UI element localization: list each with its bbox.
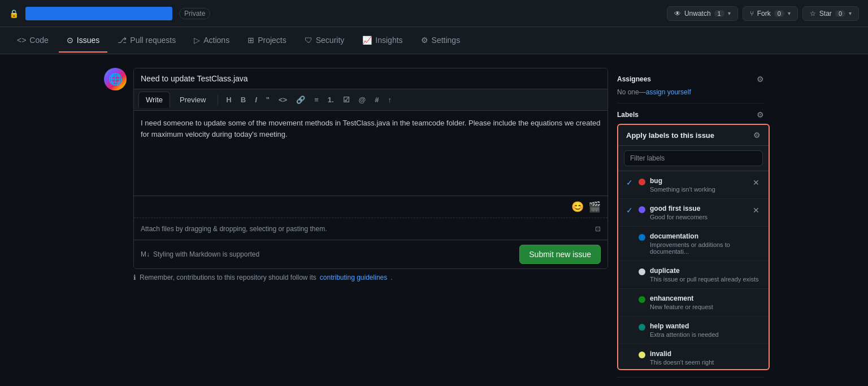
label-item-enhancement[interactable]: enhancementNew feature or request xyxy=(618,289,769,316)
toolbar-divider xyxy=(218,94,218,106)
italic-button[interactable]: I xyxy=(251,93,261,106)
label-desc-help-wanted: Extra attention is needed xyxy=(650,331,761,338)
label-item-help-wanted[interactable]: help wantedExtra attention is needed xyxy=(618,316,769,344)
link-button[interactable]: 🔗 xyxy=(293,93,309,106)
label-name-enhancement: enhancement xyxy=(650,294,761,302)
attach-options-icon: ⊡ xyxy=(595,225,601,233)
contributing-link[interactable]: contributing guidelines xyxy=(320,274,387,281)
label-item-invalid[interactable]: invalidThis doesn't seem right xyxy=(618,344,769,369)
star-dropdown-arrow[interactable]: ▾ xyxy=(849,10,852,16)
label-name-duplicate: duplicate xyxy=(650,267,761,275)
filter-labels-input[interactable] xyxy=(624,150,763,166)
labels-dropdown-gear-icon[interactable]: ⚙ xyxy=(753,131,761,140)
label-desc-documentation: Improvements or additions to documentati… xyxy=(650,241,761,255)
assign-yourself-link[interactable]: assign yourself xyxy=(646,88,691,96)
sidebar: Assignees ⚙ No one—assign yourself Label… xyxy=(617,68,764,378)
tab-actions[interactable]: ▷ Actions xyxy=(186,29,237,53)
label-dot-documentation xyxy=(639,234,645,241)
label-info-documentation: documentationImprovements or additions t… xyxy=(650,232,761,255)
main-content: 🌐 Write Preview H B I " <> 🔗 ≡ 1. ☑ xyxy=(95,54,773,386)
insights-icon: 📈 xyxy=(362,36,372,45)
label-dot-help-wanted xyxy=(639,324,645,331)
fork-button[interactable]: ⑂ Fork 0 ▾ xyxy=(743,6,798,21)
submit-issue-button[interactable]: Submit new issue xyxy=(519,245,601,264)
labels-header: Labels ⚙ xyxy=(617,110,764,119)
label-remove-good-first-issue[interactable]: ✕ xyxy=(752,205,761,216)
label-name-documentation: documentation xyxy=(650,232,761,240)
top-bar: 🔒 Private 👁 Unwatch 1 ▾ ⑂ Fork 0 ▾ ☆ Sta… xyxy=(0,0,868,27)
info-icon: ℹ xyxy=(133,274,136,281)
heading-button[interactable]: H xyxy=(223,93,235,106)
settings-icon: ⚙ xyxy=(421,36,428,45)
form-bottom-bar: M↓ Styling with Markdown is supported Su… xyxy=(134,240,607,268)
mention-button[interactable]: @ xyxy=(355,93,370,106)
label-item-documentation[interactable]: documentationImprovements or additions t… xyxy=(618,227,769,261)
tab-issues[interactable]: ⊙ Issues xyxy=(59,29,107,53)
star-icon: ☆ xyxy=(810,10,816,18)
issue-form: Write Preview H B I " <> 🔗 ≡ 1. ☑ @ # ↑ xyxy=(133,68,608,269)
editor-body[interactable]: I need someone to update some of the mov… xyxy=(134,111,607,196)
editor-toolbar: Write Preview H B I " <> 🔗 ≡ 1. ☑ @ # ↑ xyxy=(134,89,607,111)
top-bar-actions: 👁 Unwatch 1 ▾ ⑂ Fork 0 ▾ ☆ Star 0 ▾ xyxy=(667,6,859,21)
tab-insights[interactable]: 📈 Insights xyxy=(354,29,410,53)
label-info-bug: bugSomething isn't working xyxy=(650,177,747,193)
label-check-good-first-issue: ✓ xyxy=(626,206,634,215)
label-remove-bug[interactable]: ✕ xyxy=(752,177,761,188)
label-info-help-wanted: help wantedExtra attention is needed xyxy=(650,322,761,338)
gif-button[interactable]: 🎬 xyxy=(588,201,601,213)
label-desc-good-first-issue: Good for newcomers xyxy=(650,214,747,220)
star-button[interactable]: ☆ Star 0 ▾ xyxy=(802,6,859,21)
label-desc-duplicate: This issue or pull request already exist… xyxy=(650,276,761,283)
labels-dropdown-header: Apply labels to this issue ⚙ xyxy=(618,125,769,146)
assignees-gear-icon[interactable]: ⚙ xyxy=(757,75,764,84)
label-name-invalid: invalid xyxy=(650,350,761,358)
quote-button[interactable]: " xyxy=(263,93,273,106)
tab-security[interactable]: 🛡 Security xyxy=(297,29,353,53)
preview-tab-button[interactable]: Preview xyxy=(172,92,213,108)
label-dot-enhancement xyxy=(639,296,645,303)
label-info-good-first-issue: good first issueGood for newcomers xyxy=(650,205,747,220)
bold-button[interactable]: B xyxy=(237,93,249,106)
write-tab-button[interactable]: Write xyxy=(138,92,170,108)
labels-section: Labels ⚙ Apply labels to this issue ⚙ ✓b… xyxy=(617,103,764,378)
label-info-enhancement: enhancementNew feature or request xyxy=(650,294,761,310)
labels-dropdown: Apply labels to this issue ⚙ ✓bugSomethi… xyxy=(617,124,770,370)
unwatch-button[interactable]: 👁 Unwatch 1 ▾ xyxy=(667,6,738,21)
tab-projects[interactable]: ⊞ Projects xyxy=(240,29,294,53)
assignees-value: No one—assign yourself xyxy=(617,88,764,96)
eye-icon: 👁 xyxy=(674,10,681,18)
label-item-good-first-issue[interactable]: ✓good first issueGood for newcomers✕ xyxy=(618,199,769,227)
tab-pull-requests[interactable]: ⎇ Pull requests xyxy=(110,29,184,53)
code-button[interactable]: <> xyxy=(275,93,290,106)
task-list-button[interactable]: ☑ xyxy=(340,93,353,106)
tab-code[interactable]: <> Code xyxy=(9,29,57,53)
label-item-bug[interactable]: ✓bugSomething isn't working✕ xyxy=(618,171,769,199)
ordered-list-button[interactable]: 1. xyxy=(324,93,337,106)
pull-request-icon: ⎇ xyxy=(118,36,127,45)
assignees-header: Assignees ⚙ xyxy=(617,75,764,84)
emoji-button[interactable]: 😊 xyxy=(571,201,584,213)
issue-form-wrapper: Write Preview H B I " <> 🔗 ≡ 1. ☑ @ # ↑ xyxy=(133,68,608,378)
watch-dropdown-arrow[interactable]: ▾ xyxy=(728,10,731,16)
label-item-duplicate[interactable]: duplicateThis issue or pull request alre… xyxy=(618,261,769,289)
fork-dropdown-arrow[interactable]: ▾ xyxy=(788,10,791,16)
label-name-good-first-issue: good first issue xyxy=(650,205,747,212)
issues-icon: ⊙ xyxy=(67,36,73,45)
avatar: 🌐 xyxy=(104,68,127,90)
label-dot-duplicate xyxy=(639,268,645,275)
labels-title: Labels xyxy=(617,111,639,119)
label-dot-invalid xyxy=(639,352,645,358)
label-desc-enhancement: New feature or request xyxy=(650,303,761,310)
label-check-bug: ✓ xyxy=(626,178,634,187)
editor-emoji-bar: 😊 🎬 xyxy=(134,196,607,218)
contribute-note: ℹ Remember, contributions to this reposi… xyxy=(133,274,608,281)
unordered-list-button[interactable]: ≡ xyxy=(311,93,322,106)
reference-button[interactable]: # xyxy=(371,93,382,106)
attach-button[interactable]: ↑ xyxy=(384,93,395,106)
private-badge: Private xyxy=(179,8,210,19)
labels-dropdown-title: Apply labels to this issue xyxy=(626,131,714,140)
labels-gear-icon[interactable]: ⚙ xyxy=(757,110,764,119)
markdown-hint: M↓ Styling with Markdown is supported xyxy=(141,250,259,258)
issue-title-input[interactable] xyxy=(134,68,607,89)
tab-settings[interactable]: ⚙ Settings xyxy=(413,29,468,53)
